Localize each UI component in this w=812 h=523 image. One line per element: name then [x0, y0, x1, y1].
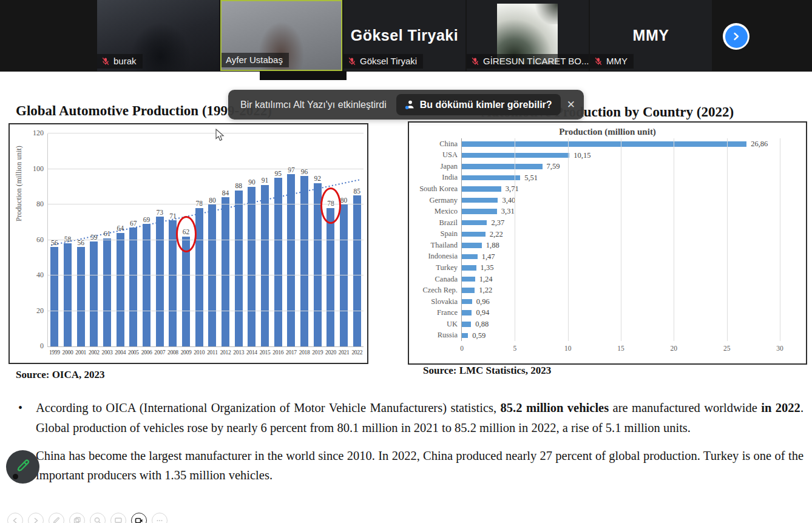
monitor-icon[interactable]: [110, 513, 126, 523]
prev-slide-icon[interactable]: [7, 513, 23, 523]
video-tile-burak[interactable]: burak: [97, 0, 219, 71]
next-slide-icon[interactable]: [28, 513, 44, 523]
camera-icon[interactable]: [131, 513, 147, 523]
bar: [462, 175, 520, 181]
bar-value-label: 61: [104, 231, 111, 238]
bar-value-label: 64: [117, 225, 124, 232]
next-participants-button[interactable]: [723, 23, 749, 50]
y-axis-label: Production (million unit): [15, 146, 24, 221]
bar-value-label: 71: [169, 213, 177, 220]
x-tick-label: 2021: [337, 349, 351, 356]
x-tick-label: 2005: [127, 349, 140, 356]
x-tick-label: 2015: [259, 349, 272, 356]
bar: [462, 322, 471, 327]
bar: [208, 204, 216, 346]
country-label: India: [409, 172, 458, 184]
close-icon[interactable]: ✕: [567, 98, 575, 111]
screen: burak Ayfer Ustabaş Göksel Tiryaki Gökse…: [0, 0, 812, 523]
bar: [64, 243, 72, 346]
bar: [326, 208, 334, 346]
gridline: [48, 204, 364, 204]
x-tick-label: 0: [460, 345, 464, 352]
chart-inner-title: Production (million unit): [409, 127, 806, 137]
bar: [129, 228, 137, 346]
magnifier-icon[interactable]: [90, 513, 106, 523]
bar: [462, 164, 543, 169]
button-label: Bu dökümü kimler görebilir?: [420, 100, 552, 110]
y-tick-label: 100: [33, 164, 44, 174]
nameplate: GİRESUN TİCARET BO...: [467, 54, 589, 69]
y-tick-label: 0: [40, 342, 44, 351]
gridline: [48, 240, 364, 240]
bar-value-label: 0,88: [475, 320, 489, 328]
highlight-circle: [320, 187, 341, 224]
bold-text: 85.2 million vehicles: [501, 401, 609, 414]
bar-value-label: 84: [222, 190, 229, 197]
video-tile-goksel[interactable]: Göksel Tiryaki Göksel Tiryaki: [343, 0, 465, 71]
x-tick-label: 10: [564, 345, 572, 352]
bar: [462, 299, 472, 305]
more-icon[interactable]: [152, 513, 167, 523]
y-tick-label: 80: [36, 200, 44, 209]
text: According to OICA (International Organiz…: [36, 401, 501, 414]
country-label: USA: [409, 150, 458, 161]
y-tick-label: 20: [36, 306, 44, 315]
country-label: Russia: [409, 330, 458, 342]
tile-extension-bar: [260, 71, 347, 80]
bar-value-label: 67: [130, 220, 137, 228]
who-can-see-transcript-button[interactable]: Bu dökümü kimler görebilir?: [396, 94, 561, 115]
x-tick-label: 2018: [298, 349, 311, 356]
bar-column: 80: [206, 133, 219, 346]
country-label: Thailand: [409, 240, 458, 251]
bar-value-label: 56: [51, 240, 58, 247]
gridline: [48, 311, 364, 311]
nameplate: Ayfer Ustabaş: [222, 53, 289, 67]
video-tile-giresun[interactable]: GİRESUN TİCARET BO...: [467, 0, 589, 71]
country-label: Brazil: [409, 217, 458, 229]
bar: [156, 217, 164, 346]
bar-value-label: 3,71: [506, 185, 519, 193]
bar-value-label: 73: [156, 209, 163, 217]
bar-value-label: 97: [288, 167, 295, 174]
bar-column: 58: [61, 133, 75, 346]
right-chart-source: Source: LMC Statistics, 2023: [423, 365, 551, 377]
bar-value-label: 80: [340, 197, 348, 204]
bar-column: 97: [285, 133, 298, 346]
x-tick-label: 2006: [140, 349, 154, 356]
x-tick-label: 5: [513, 345, 516, 352]
global-production-chart: Production (million unit) 56585659616467…: [8, 123, 368, 364]
bar-column: 67: [127, 133, 140, 346]
bar: [248, 187, 255, 346]
video-tile-ayfer[interactable]: Ayfer Ustabaş: [220, 0, 342, 71]
chevron-right-icon: [725, 25, 748, 48]
video-tile-mmy[interactable]: MMY MMY: [590, 0, 712, 71]
production-by-country-chart: Production (million unit) ChinaUSAJapanI…: [408, 121, 807, 365]
bar: [143, 224, 151, 346]
bar: [50, 247, 58, 346]
bar-value-label: 80: [209, 197, 216, 204]
plot-area: 26,8610,157,595,513,713,403,312,372,221,…: [461, 138, 780, 341]
bar: [274, 178, 282, 346]
bar-value-label: 69: [143, 217, 151, 224]
x-tick-label: 2012: [219, 349, 232, 356]
x-tick-label: 2001: [74, 349, 87, 356]
bar: [462, 186, 501, 192]
slides-icon[interactable]: [69, 513, 85, 523]
gridline: [48, 133, 364, 133]
annotate-pencil-button[interactable]: [6, 450, 39, 484]
bar: [222, 197, 229, 346]
bar: [195, 208, 203, 346]
notification-message: Bir katılımcı Alt Yazı'yı etkinleştirdi: [240, 100, 387, 110]
bar: [462, 220, 487, 226]
bar-value-label: 1,35: [481, 264, 494, 272]
bar-column: 64: [113, 133, 127, 346]
x-tick-label: 2013: [232, 349, 245, 356]
x-tick-label: 2003: [101, 349, 114, 356]
bar-value-label: 1,22: [479, 286, 492, 294]
bar-value-label: 2,22: [490, 231, 503, 238]
gridline: [674, 138, 674, 341]
bar-column: 69: [140, 133, 154, 346]
country-label: Slovakia: [409, 296, 458, 308]
pen-icon[interactable]: [49, 513, 64, 523]
plot-area: 5658565961646769737162788084889091959796…: [47, 133, 364, 347]
